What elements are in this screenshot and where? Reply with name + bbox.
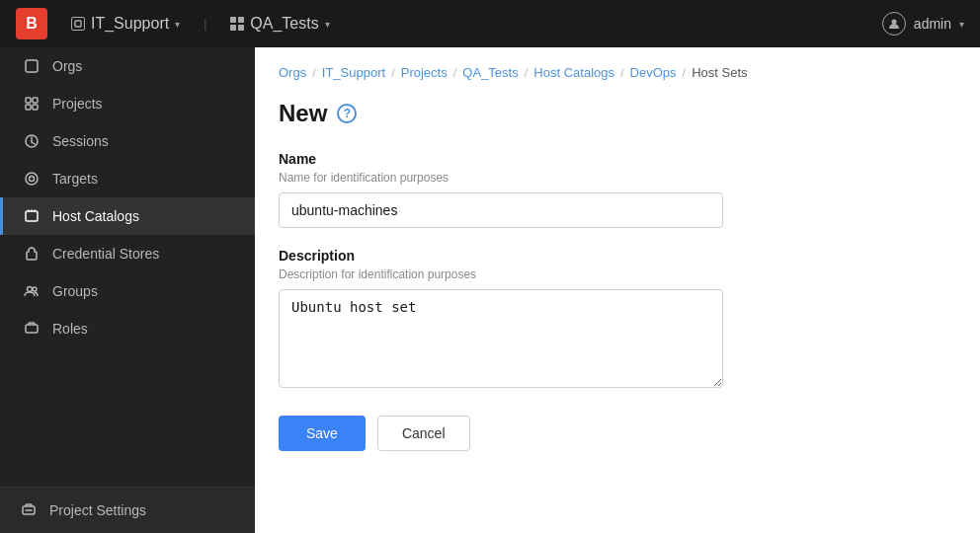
sidebar-item-host-catalogs[interactable]: Host Catalogs <box>0 197 255 235</box>
description-textarea[interactable] <box>279 289 723 388</box>
svg-point-12 <box>33 287 37 291</box>
description-form-group: Description Description for identificati… <box>279 248 956 392</box>
admin-chevron-icon: ▾ <box>959 19 964 30</box>
project-settings-item[interactable]: Project Settings <box>0 487 255 533</box>
breadcrumb-host-catalogs[interactable]: Host Catalogs <box>533 65 614 80</box>
org-context-switcher[interactable]: IT_Support ▾ <box>63 11 188 37</box>
breadcrumb-qa-tests[interactable]: QA_Tests <box>462 65 518 80</box>
sidebar-item-orgs-label: Orgs <box>52 58 82 74</box>
groups-sidebar-icon <box>23 282 41 300</box>
page-title-row: New ? <box>279 100 956 127</box>
project-settings-label: Project Settings <box>49 502 146 518</box>
sidebar-bottom: Project Settings <box>0 487 255 533</box>
app-logo: B <box>16 8 47 39</box>
svg-point-9 <box>30 177 35 182</box>
project-context-switcher[interactable]: QA_Tests ▾ <box>222 11 337 37</box>
breadcrumb-sep-4: / <box>525 65 529 80</box>
breadcrumb-projects[interactable]: Projects <box>401 65 448 80</box>
sidebar-item-roles[interactable]: Roles <box>0 310 255 347</box>
breadcrumb-orgs[interactable]: Orgs <box>279 65 306 80</box>
sidebar-item-targets-label: Targets <box>52 171 98 187</box>
svg-rect-13 <box>26 325 38 333</box>
breadcrumb-host-sets: Host Sets <box>692 65 747 80</box>
name-hint: Name for identification purposes <box>279 171 956 185</box>
project-grid-icon <box>230 17 244 31</box>
breadcrumb-sep-5: / <box>620 65 624 80</box>
sidebar-item-sessions[interactable]: Sessions <box>0 122 255 160</box>
sidebar-item-credential-stores[interactable]: Credential Stores <box>0 235 255 272</box>
page-title: New <box>279 100 327 127</box>
org-chevron-icon: ▾ <box>175 19 180 30</box>
top-nav: B IT_Support ▾ | QA_Tests ▾ admin ▾ <box>0 0 980 47</box>
cancel-button[interactable]: Cancel <box>377 416 470 451</box>
project-settings-icon <box>20 501 38 519</box>
project-label: QA_Tests <box>250 15 318 33</box>
sidebar-item-roles-label: Roles <box>52 321 88 337</box>
project-chevron-icon: ▾ <box>325 19 330 30</box>
main-content: Orgs / IT_Support / Projects / QA_Tests … <box>255 47 980 533</box>
svg-point-11 <box>28 287 33 292</box>
svg-rect-3 <box>26 98 31 103</box>
admin-label: admin <box>914 16 951 32</box>
avatar <box>882 12 906 36</box>
help-icon[interactable]: ? <box>337 104 357 123</box>
org-icon <box>71 17 85 31</box>
user-menu[interactable]: admin ▾ <box>882 12 964 36</box>
description-hint: Description for identification purposes <box>279 267 956 281</box>
sidebar-item-projects-label: Projects <box>52 96 103 112</box>
name-label: Name <box>279 151 956 167</box>
svg-point-8 <box>26 173 38 185</box>
svg-rect-0 <box>75 21 81 27</box>
credential-stores-sidebar-icon <box>23 245 41 263</box>
targets-sidebar-icon <box>23 170 41 188</box>
description-label: Description <box>279 248 956 264</box>
breadcrumb-sep-1: / <box>312 65 316 80</box>
sidebar: Orgs Projects Sessions Targ <box>0 47 255 533</box>
sidebar-item-groups[interactable]: Groups <box>0 272 255 310</box>
sidebar-item-sessions-label: Sessions <box>52 133 109 149</box>
svg-rect-6 <box>33 105 38 110</box>
host-catalogs-sidebar-icon <box>23 207 41 225</box>
page-content: New ? Name Name for identification purpo… <box>255 80 980 475</box>
breadcrumb-devops[interactable]: DevOps <box>630 65 677 80</box>
org-label: IT_Support <box>91 15 169 33</box>
breadcrumb: Orgs / IT_Support / Projects / QA_Tests … <box>255 47 980 80</box>
breadcrumb-sep-2: / <box>391 65 395 80</box>
breadcrumb-it-support[interactable]: IT_Support <box>322 65 385 80</box>
sidebar-item-groups-label: Groups <box>52 283 98 299</box>
form-actions: Save Cancel <box>279 416 956 451</box>
breadcrumb-sep-3: / <box>453 65 457 80</box>
save-button[interactable]: Save <box>279 416 366 451</box>
sidebar-item-credential-stores-label: Credential Stores <box>52 246 159 262</box>
main-layout: Orgs Projects Sessions Targ <box>0 47 980 533</box>
sidebar-item-orgs[interactable]: Orgs <box>0 47 255 85</box>
name-input[interactable] <box>279 192 723 228</box>
breadcrumb-sep-6: / <box>683 65 687 80</box>
nav-sep-1: | <box>204 17 206 31</box>
svg-rect-4 <box>33 98 38 103</box>
sidebar-item-host-catalogs-label: Host Catalogs <box>52 208 139 224</box>
sidebar-item-projects[interactable]: Projects <box>0 85 255 122</box>
sessions-sidebar-icon <box>23 132 41 150</box>
name-form-group: Name Name for identification purposes <box>279 151 956 228</box>
org-sidebar-icon <box>23 57 41 75</box>
sidebar-item-targets[interactable]: Targets <box>0 160 255 197</box>
svg-rect-10 <box>26 211 38 221</box>
svg-point-1 <box>891 20 896 25</box>
svg-rect-2 <box>26 60 38 72</box>
projects-sidebar-icon <box>23 95 41 113</box>
svg-rect-5 <box>26 105 31 110</box>
roles-sidebar-icon <box>23 320 41 338</box>
